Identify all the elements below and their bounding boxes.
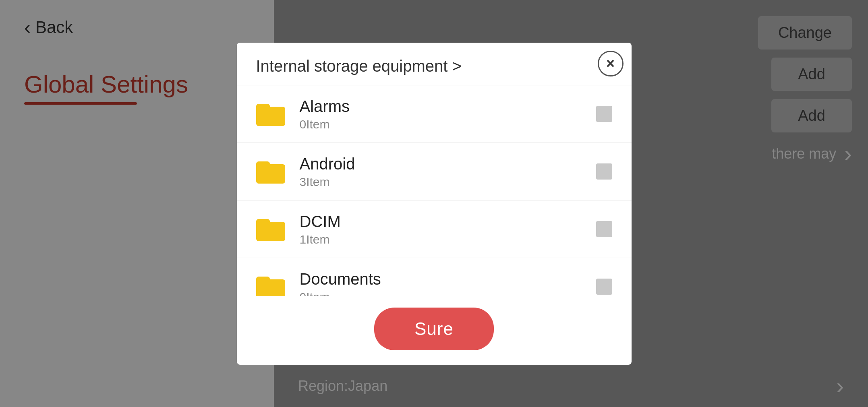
folder-checkbox-alarms[interactable] bbox=[596, 106, 612, 122]
folder-item-dcim[interactable]: DCIM 1Item bbox=[237, 200, 632, 258]
modal-dialog: Internal storage equipment > × Alarms 0I… bbox=[237, 43, 632, 365]
folder-item-android[interactable]: Android 3Item bbox=[237, 143, 632, 200]
folder-count-android: 3Item bbox=[300, 175, 596, 189]
folder-item-alarms[interactable]: Alarms 0Item bbox=[237, 85, 632, 143]
modal-header: Internal storage equipment > × bbox=[237, 43, 632, 85]
folder-checkbox-android[interactable] bbox=[596, 163, 612, 180]
sure-button[interactable]: Sure bbox=[374, 308, 494, 350]
modal-title: Internal storage equipment > bbox=[256, 57, 462, 75]
folder-count-documents: 0Item bbox=[300, 290, 596, 296]
folder-name-android: Android bbox=[300, 154, 596, 174]
folder-count-dcim: 1Item bbox=[300, 233, 596, 246]
folder-info-alarms: Alarms 0Item bbox=[300, 97, 596, 131]
folder-icon-alarms bbox=[256, 102, 285, 126]
folder-info-documents: Documents 0Item bbox=[300, 269, 596, 296]
folder-icon-documents bbox=[256, 275, 285, 296]
modal-overlay: Internal storage equipment > × Alarms 0I… bbox=[0, 0, 868, 407]
folder-name-dcim: DCIM bbox=[300, 212, 596, 231]
folder-info-dcim: DCIM 1Item bbox=[300, 212, 596, 246]
folder-checkbox-dcim[interactable] bbox=[596, 221, 612, 237]
folder-name-documents: Documents bbox=[300, 269, 596, 289]
folder-name-alarms: Alarms bbox=[300, 97, 596, 116]
modal-body: Alarms 0Item Android 3Item DCIM 1I bbox=[237, 85, 632, 296]
folder-info-android: Android 3Item bbox=[300, 154, 596, 189]
close-icon: × bbox=[606, 55, 615, 72]
close-button[interactable]: × bbox=[598, 51, 624, 76]
folder-icon-dcim bbox=[256, 217, 285, 241]
folder-checkbox-documents[interactable] bbox=[596, 279, 612, 295]
folder-count-alarms: 0Item bbox=[300, 118, 596, 131]
folder-item-documents[interactable]: Documents 0Item bbox=[237, 258, 632, 296]
modal-footer: Sure bbox=[237, 296, 632, 365]
folder-icon-android bbox=[256, 159, 285, 184]
